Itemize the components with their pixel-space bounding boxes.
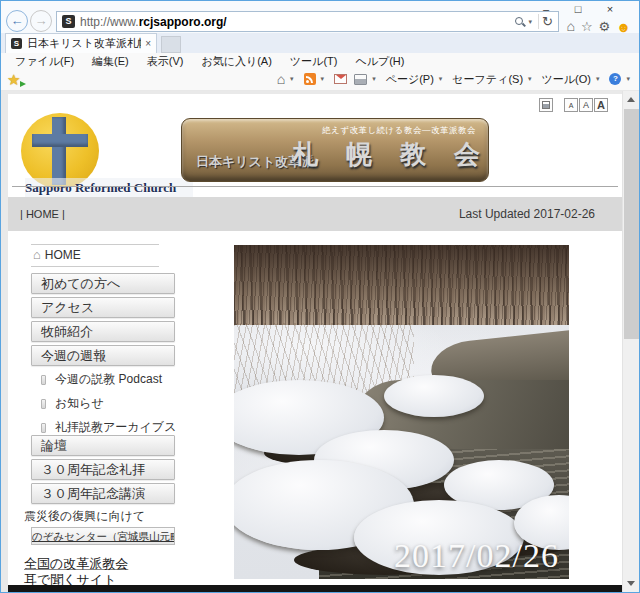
forward-button[interactable] [30, 10, 52, 32]
chevron-down-icon [372, 75, 376, 83]
sidebar-subitem-podcast[interactable]: 今週の説教 Podcast [41, 371, 162, 388]
add-favorite-star-icon[interactable] [7, 71, 25, 89]
page-footer-bar [8, 585, 623, 593]
header-divider [12, 186, 618, 187]
cmd-print[interactable] [354, 74, 379, 85]
sidebar-subitem-sermon-archives[interactable]: 礼拝説教アーカイブス [41, 419, 176, 436]
url-scheme: http://www. [80, 15, 139, 29]
command-bar: ページ(P) セーフティ(S) ツール(O) [1, 69, 639, 91]
cmd-mail[interactable] [334, 74, 347, 84]
page-viewport: A A A Sapporo Reformed Church 絶えず改革し続ける教… [1, 91, 639, 592]
menu-bar: ファイル(F) 編集(E) 表示(V) お気に入り(A) ツール(T) ヘルプ(… [1, 53, 639, 69]
snow-mound [384, 375, 484, 417]
page-print-button[interactable] [539, 98, 553, 112]
menu-file[interactable]: ファイル(F) [6, 53, 83, 69]
close-button[interactable]: × [595, 1, 625, 19]
trees-layer [234, 245, 569, 325]
feedback-smiley-icon[interactable] [616, 20, 631, 34]
menu-view[interactable]: 表示(V) [138, 53, 193, 69]
cmd-safety[interactable]: セーフティ(S) [452, 72, 534, 87]
url-text[interactable]: http://www.rcjsapporo.org/ [80, 15, 227, 29]
hero-date-caption: 2017/02/26 [394, 537, 559, 575]
quick-icons [566, 19, 631, 34]
sidebar-divider [31, 266, 159, 267]
new-tab-button[interactable] [161, 36, 181, 53]
sidebar-home-label: HOME [45, 248, 81, 262]
tab-sapporo-church[interactable]: S 日本キリスト改革派札幌教会 × [5, 33, 157, 53]
menu-favorites[interactable]: お気に入り(A) [192, 53, 280, 69]
cmd-tools-label: ツール(O) [542, 72, 591, 87]
church-logo[interactable]: Sapporo Reformed Church [21, 113, 99, 189]
cross-icon [32, 134, 88, 147]
url-domain: rcjsapporo.org/ [139, 15, 227, 29]
sidebar-subitem-news[interactable]: お知らせ [41, 395, 104, 412]
cmd-tools[interactable]: ツール(O) [542, 72, 603, 87]
cmd-home[interactable] [277, 71, 297, 87]
cross-icon [52, 117, 66, 185]
site-banner: 絶えず改革し続ける教会―改革派教会 日本キリスト改革派 札 幌 教 会 [181, 118, 489, 182]
tab-bar: S 日本キリスト改革派札幌教会 × [1, 33, 639, 53]
menu-edit[interactable]: 編集(E) [83, 53, 138, 69]
breadcrumb-band: | HOME | Last Updated 2017-02-26 [8, 197, 623, 231]
scroll-up-arrow-icon[interactable] [623, 91, 640, 108]
subitem-label: お知らせ [55, 395, 104, 412]
tab-title: 日本キリスト改革派札幌教会 [27, 36, 141, 51]
chevron-down-icon [528, 75, 532, 83]
last-updated-label: Last Updated 2017-02-26 [459, 197, 595, 231]
banner-church-name: 札 幌 教 会 [292, 137, 481, 172]
scroll-down-arrow-icon[interactable] [623, 575, 640, 592]
cmd-rss[interactable] [304, 73, 328, 85]
font-size-medium-button[interactable]: A [579, 98, 593, 112]
menu-tools[interactable]: ツール(T) [281, 53, 347, 69]
printer-icon [354, 74, 367, 85]
rss-feed-icon [304, 73, 316, 85]
search-icon[interactable] [514, 16, 526, 28]
printer-icon [542, 101, 550, 109]
sidebar-divider [31, 244, 159, 245]
cmd-page-label: ページ(P) [386, 72, 434, 87]
sidebar-item-access[interactable]: アクセス [31, 297, 175, 318]
mail-icon [334, 74, 347, 84]
sidebar-link-nozomi-center[interactable]: のぞみセンター（宮城県山元町） [31, 527, 175, 545]
sidebar-item-forum[interactable]: 論壇 [31, 435, 175, 456]
font-size-small-button[interactable]: A [564, 98, 578, 112]
house-icon [33, 249, 41, 261]
page-chip-icon [41, 423, 46, 433]
favorites-star-icon[interactable] [581, 20, 593, 34]
address-bar[interactable]: S http://www.rcjsapporo.org/ [56, 11, 559, 32]
subitem-label: 礼拝説教アーカイブス [55, 419, 176, 436]
page-chip-icon [41, 375, 46, 385]
tab-close-icon[interactable]: × [141, 38, 151, 49]
gear-icon[interactable] [599, 20, 611, 34]
hero-image: 2017/02/26 [234, 245, 569, 579]
sidebar-item-30th-lecture[interactable]: ３０周年記念講演 [31, 483, 175, 504]
menu-help[interactable]: ヘルプ(H) [346, 53, 413, 69]
sidebar-item-30th-worship[interactable]: ３０周年記念礼拝 [31, 459, 175, 480]
chevron-down-icon [290, 75, 294, 83]
subitem-label: 今週の説教 Podcast [55, 371, 162, 388]
chevron-down-icon [321, 75, 325, 83]
sidebar-item-first-visit[interactable]: 初めての方へ [31, 273, 175, 294]
scrollbar-thumb[interactable] [624, 109, 639, 339]
vertical-scrollbar[interactable] [622, 91, 639, 592]
site-favicon: S [62, 15, 75, 28]
command-bar-right: ページ(P) セーフティ(S) ツール(O) [277, 71, 633, 87]
page-chip-icon [41, 399, 46, 409]
page-body: A A A Sapporo Reformed Church 絶えず改革し続ける教… [8, 94, 623, 593]
help-icon [609, 73, 621, 85]
font-size-large-button[interactable]: A [594, 98, 608, 112]
maximize-button[interactable]: □ [563, 1, 593, 19]
cmd-help[interactable] [609, 73, 633, 85]
browser-window: S http://www.rcjsapporo.org/ – □ × S 日本キ… [0, 0, 640, 593]
chevron-down-icon [626, 75, 630, 83]
logo-english-name: Sapporo Reformed Church [25, 178, 193, 197]
banner-tagline: 絶えず改革し続ける教会―改革派教会 [322, 125, 476, 137]
sidebar-item-pastor[interactable]: 牧師紹介 [31, 321, 175, 342]
sidebar-item-home[interactable]: HOME [33, 248, 81, 262]
back-button[interactable] [6, 10, 28, 32]
breadcrumb[interactable]: | HOME | [20, 197, 65, 231]
sidebar-item-weekly-bulletin[interactable]: 今週の週報 [31, 345, 175, 366]
home-icon[interactable] [566, 19, 574, 34]
minimize-button[interactable]: – [531, 1, 561, 19]
cmd-page[interactable]: ページ(P) [386, 72, 446, 87]
